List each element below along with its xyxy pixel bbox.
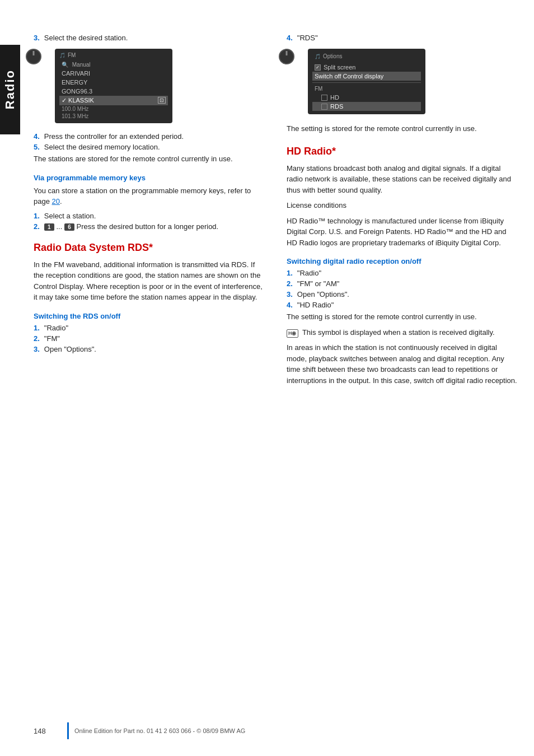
programmable-keys-text: You can store a station on the programma…	[34, 185, 264, 207]
right-note-text: The setting is stored for the remote con…	[287, 123, 517, 134]
step-3-number: 3.	[34, 34, 40, 42]
hd-intro-text: Many stations broadcast both analog and …	[287, 163, 517, 196]
sw-step3-line: 3. Open "Options".	[287, 290, 517, 298]
page-number: 148	[34, 727, 62, 735]
options-switch-label: Switch off Control display	[315, 73, 383, 80]
right-step4-line: 4. "RDS"	[287, 34, 517, 42]
hd-symbol-note-text: This symbol is displayed when a station …	[302, 328, 495, 337]
screen1-item-manual: 🔍 Manual	[59, 60, 168, 69]
rds-step3-number: 3.	[34, 345, 40, 353]
footer: 148 Online Edition for Part no. 01 41 2 …	[34, 722, 517, 739]
footer-text: Online Edition for Part no. 01 41 2 603 …	[74, 727, 245, 734]
sw-step4-line: 4. "HD Radio"	[287, 301, 517, 309]
sub-step2-text: 1 ... 6 Press the desired button for a l…	[44, 222, 264, 231]
page-container: Radio 3. Select the desired station.	[0, 0, 534, 756]
options-split-label: Split screen	[324, 64, 355, 71]
rds-step2-number: 2.	[34, 334, 40, 343]
options-header-label: Options	[323, 53, 342, 59]
sw-step1-text: "Radio"	[297, 269, 517, 277]
options-rds-label: RDS	[330, 103, 343, 110]
rds-step3-text: Open "Options".	[44, 345, 264, 353]
footer-divider	[67, 722, 69, 739]
sw-step2-number: 2.	[287, 279, 293, 288]
step-5-line: 5. Select the desired memory location.	[34, 143, 264, 151]
right-column: 4. "RDS" 🎵 Options ✓	[287, 34, 517, 390]
sw-step4-number: 4.	[287, 301, 293, 309]
options-header: 🎵 Options	[312, 52, 421, 60]
options-split-screen: ✓ Split screen	[312, 63, 421, 72]
note-stations-stored: The stations are stored for the remote c…	[34, 153, 264, 165]
options-fm-label: FM	[312, 85, 421, 93]
sw-step1-number: 1.	[287, 269, 293, 277]
hd-symbol-icon: H◉	[287, 329, 298, 338]
memory-dots: ...	[56, 222, 64, 231]
sub-step2-press-text: Press the desired button for a longer pe…	[77, 222, 219, 231]
sw-step1-line: 1. "Radio"	[287, 269, 517, 277]
main-content: 3. Select the desired station. 🎵 FM	[34, 0, 517, 390]
screen1-header: 🎵 FM	[59, 52, 168, 58]
options-divider	[312, 82, 421, 83]
right-step4-number: 4.	[287, 34, 293, 42]
step-3-line: 3. Select the desired station.	[34, 34, 264, 42]
screen1-item-gong: GONG96.3	[59, 87, 168, 96]
step-4-number: 4.	[34, 132, 40, 141]
rds-step2-text: "FM"	[44, 334, 264, 343]
right-step4-text: "RDS"	[297, 34, 517, 42]
knob-2	[279, 49, 294, 64]
license-label: License conditions	[287, 200, 517, 211]
screen1-container: 🎵 FM 🔍 Manual CARIVARI ENERGY GONG96.3 ✓…	[34, 49, 264, 123]
rds-main-heading: Radio Data System RDS*	[34, 242, 264, 254]
license-text: HD Radio™ technology is manufactured und…	[287, 216, 517, 249]
rds-checkbox	[321, 104, 327, 110]
sw-step2-text: "FM" or "AM"	[297, 279, 517, 288]
step-3-text: Select the desired station.	[44, 34, 264, 42]
memory-key-6: 6	[64, 223, 74, 231]
programmable-keys-heading: Via programmable memory keys	[34, 174, 264, 182]
sub-step1-text: Select a station.	[44, 212, 264, 220]
sub-step2-number: 2.	[34, 222, 40, 231]
knob-area	[34, 49, 41, 64]
step-4-text: Press the controller for an extended per…	[44, 132, 264, 141]
rds-switch-heading: Switching the RDS on/off	[34, 312, 264, 320]
sw-step3-number: 3.	[287, 290, 293, 298]
options-switch-display: Switch off Control display	[312, 72, 421, 81]
page-ref-link: 20	[52, 197, 60, 206]
hd-main-heading: HD Radio*	[287, 146, 517, 157]
two-col-layout: 3. Select the desired station. 🎵 FM	[34, 34, 517, 390]
switch-digital-heading: Switching digital radio reception on/off	[287, 257, 517, 265]
knob	[26, 49, 41, 64]
screen1-freq2: 101.3 MHz	[59, 113, 168, 120]
sw-note-text: The setting is stored for the remote con…	[287, 311, 517, 323]
options-screen-mock: 🎵 Options ✓ Split screen Switch off Cont…	[308, 49, 425, 114]
side-tab-label: Radio	[3, 69, 17, 109]
screen1-item-energy: ENERGY	[59, 78, 168, 87]
programmable-keys-intro: You can store a station on the programma…	[34, 186, 251, 206]
rds-step3-line: 3. Open "Options".	[34, 345, 264, 353]
screen2-container: 🎵 Options ✓ Split screen Switch off Cont…	[287, 49, 517, 114]
sw-step3-text: Open "Options".	[297, 290, 517, 298]
options-hd: HD	[312, 93, 421, 102]
rds-step1-text: "Radio"	[44, 324, 264, 332]
rds-step1-number: 1.	[34, 324, 40, 332]
options-rds: RDS	[312, 102, 421, 111]
screen1-item-klassik: ✓ KLASSIK ⊡	[59, 96, 168, 105]
options-hd-label: HD	[330, 94, 339, 101]
hd-symbol-note: H◉ This symbol is displayed when a stati…	[287, 327, 517, 338]
rds-step2-line: 2. "FM"	[34, 334, 264, 343]
sw-step4-text: "HD Radio"	[297, 301, 517, 309]
sub-step1-line: 1. Select a station.	[34, 212, 264, 220]
screen1-header-label: FM	[68, 52, 76, 58]
step-5-number: 5.	[34, 143, 40, 151]
screen1-freq1: 100.0 MHz	[59, 105, 168, 113]
hd-analog-note-text: In areas in which the station is not con…	[287, 342, 517, 386]
memory-key-1: 1	[44, 223, 54, 231]
sub-step1-number: 1.	[34, 212, 40, 220]
sub-step2-line: 2. 1 ... 6 Press the desired button for …	[34, 222, 264, 231]
step-4-line: 4. Press the controller for an extended …	[34, 132, 264, 141]
rds-intro-text: In the FM waveband, additional informati…	[34, 259, 264, 303]
split-screen-checkbox: ✓	[315, 64, 321, 71]
knob-area-2	[287, 49, 294, 64]
screen1-item-carivari: CARIVARI	[59, 69, 168, 78]
rds-step1-line: 1. "Radio"	[34, 324, 264, 332]
step-5-text: Select the desired memory location.	[44, 143, 264, 151]
